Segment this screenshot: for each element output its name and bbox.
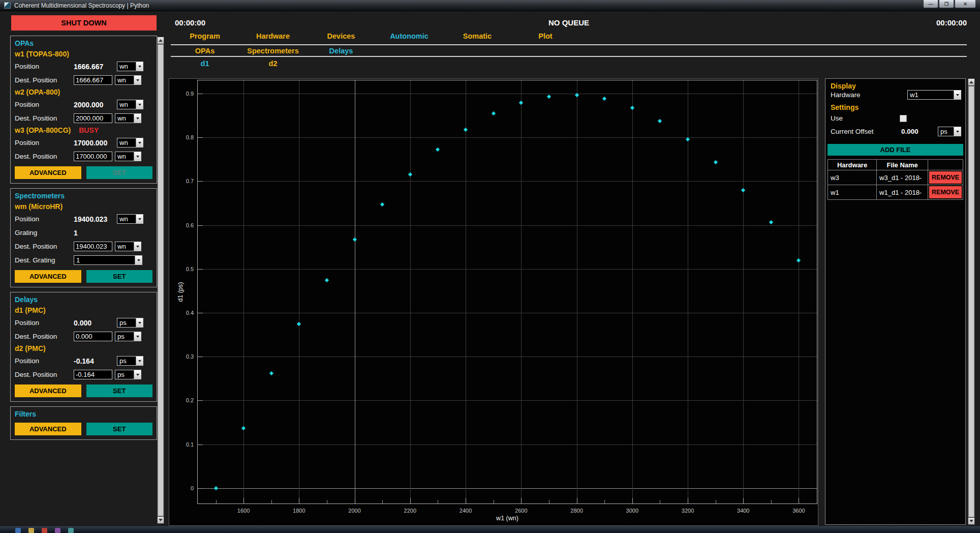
data-point — [742, 188, 745, 192]
scroll-down-icon[interactable] — [158, 517, 164, 523]
data-point — [436, 148, 440, 152]
group-title: Delays — [15, 294, 152, 305]
scroll-down-icon[interactable] — [968, 518, 974, 524]
scrollbar-thumb[interactable] — [158, 44, 164, 516]
unit-dropdown[interactable]: wn — [117, 214, 143, 224]
destination-input[interactable] — [74, 242, 112, 251]
unit-dropdown[interactable]: wn — [117, 138, 143, 147]
unit-dropdown[interactable]: ps — [117, 356, 143, 366]
data-point — [797, 259, 801, 262]
display-panel-scrollbar[interactable] — [968, 78, 975, 525]
unit-dropdown[interactable]: wn — [115, 242, 141, 251]
file-action-cell: REMOVE — [928, 170, 963, 185]
close-button[interactable]: ✕ — [955, 0, 976, 8]
field-label: Dest. Position — [15, 333, 74, 340]
tab-spectrometers[interactable]: Spectrometers — [239, 47, 307, 56]
destination-input[interactable] — [74, 152, 112, 161]
dropdown-value: wn — [117, 114, 126, 122]
sidebar-scrollbar[interactable] — [157, 37, 164, 524]
file-name-cell: w1_d1 - 2018- — [877, 185, 928, 200]
offset-unit-dropdown[interactable]: ps — [938, 127, 961, 136]
group-actions: ADVANCEDSET — [15, 384, 152, 397]
x-tick-label: 1600 — [237, 508, 250, 514]
scroll-up-icon[interactable] — [158, 37, 164, 44]
taskbar-icon[interactable] — [55, 528, 60, 533]
data-point — [603, 97, 606, 101]
unit-dropdown[interactable]: wn — [115, 113, 141, 123]
restore-button[interactable]: ❐ — [939, 0, 954, 8]
queue-status: NO QUEUE — [171, 18, 967, 27]
group-actions: ADVANCEDSET — [15, 270, 152, 283]
taskbar-icon[interactable] — [15, 528, 21, 533]
add-file-button[interactable]: ADD FILE — [828, 144, 963, 156]
file-table-header-row: HardwareFile Name — [828, 160, 963, 170]
scroll-up-icon[interactable] — [968, 79, 974, 85]
advanced-button[interactable]: ADVANCED — [15, 423, 81, 435]
grating-dropdown[interactable]: 1 — [74, 255, 142, 265]
field-row: Dest. Positionps — [15, 368, 152, 381]
taskbar — [0, 526, 980, 533]
gridline-x — [521, 80, 522, 504]
display-panel: Display Hardware w1 Settings Use Current… — [825, 78, 966, 525]
field-row: Dest. Grating1 — [15, 253, 152, 267]
scrollbar-thumb[interactable] — [968, 86, 974, 517]
set-button[interactable]: SET — [86, 423, 153, 435]
unit-dropdown[interactable]: wn — [115, 75, 141, 85]
y-tick-label: 0.5 — [186, 266, 194, 272]
unit-dropdown[interactable]: ps — [117, 318, 143, 328]
unit-dropdown[interactable]: ps — [115, 332, 141, 341]
destination-input[interactable] — [74, 113, 112, 123]
group-title: Spectrometers — [15, 191, 152, 201]
plot-panel: 00.10.20.30.40.50.60.70.80.9160018002000… — [169, 78, 818, 526]
use-checkbox[interactable] — [900, 115, 907, 122]
tab-delays[interactable]: Delays — [307, 47, 375, 56]
chevron-down-icon — [134, 114, 141, 123]
dropdown-value: wn — [119, 139, 128, 146]
set-button[interactable]: SET — [86, 384, 153, 397]
destination-input[interactable] — [74, 332, 112, 341]
data-point — [353, 238, 356, 241]
unit-dropdown[interactable]: ps — [115, 370, 141, 379]
tab-d1[interactable]: d1 — [171, 60, 239, 72]
taskbar-icon[interactable] — [68, 528, 74, 533]
tab-somatic[interactable]: Somatic — [443, 32, 511, 44]
chevron-down-icon — [135, 256, 142, 264]
tab-opas[interactable]: OPAs — [171, 47, 239, 56]
destination-input[interactable] — [74, 370, 112, 379]
tab-d2[interactable]: d2 — [239, 60, 307, 72]
unit-dropdown[interactable]: wn — [115, 152, 141, 161]
tab-plot[interactable]: Plot — [511, 32, 579, 44]
sidebar-groups: OPAsw1 (TOPAS-800)Position1666.667wnDest… — [10, 36, 157, 445]
data-point — [547, 95, 550, 98]
taskbar-icon[interactable] — [42, 528, 47, 533]
field-label: Position — [15, 63, 74, 70]
advanced-button[interactable]: ADVANCED — [15, 384, 81, 397]
tab-program[interactable]: Program — [171, 32, 239, 44]
unit-dropdown[interactable]: wn — [117, 62, 143, 71]
tab-devices[interactable]: Devices — [307, 32, 375, 44]
tab-hardware[interactable]: Hardware — [239, 32, 307, 44]
shutdown-button[interactable]: SHUT DOWN — [11, 15, 157, 31]
tab-autonomic[interactable]: Autonomic — [375, 32, 443, 44]
chevron-down-icon — [136, 138, 143, 147]
remove-file-button[interactable]: REMOVE — [929, 186, 962, 198]
unit-dropdown[interactable]: wn — [117, 100, 143, 109]
field-row: Dest. Positionwn — [15, 111, 152, 125]
field-row: Position-0.164ps — [15, 354, 152, 368]
dropdown-value: wn — [119, 101, 128, 108]
destination-input[interactable] — [74, 75, 112, 85]
data-point — [630, 106, 634, 110]
advanced-button[interactable]: ADVANCED — [15, 270, 81, 283]
remove-file-button[interactable]: REMOVE — [929, 171, 962, 184]
gridline-x — [577, 80, 577, 504]
device-status-badge: BUSY — [79, 126, 99, 134]
minimize-button[interactable]: — — [923, 0, 938, 8]
set-button[interactable]: SET — [86, 166, 153, 179]
chevron-down-icon — [134, 370, 141, 379]
hardware-dropdown[interactable]: w1 — [907, 90, 961, 100]
advanced-button[interactable]: ADVANCED — [15, 166, 81, 179]
y-tick — [198, 269, 203, 270]
plot-axes[interactable]: 00.10.20.30.40.50.60.70.80.9160018002000… — [197, 80, 817, 504]
set-button[interactable]: SET — [86, 270, 153, 283]
taskbar-icon[interactable] — [28, 528, 34, 533]
